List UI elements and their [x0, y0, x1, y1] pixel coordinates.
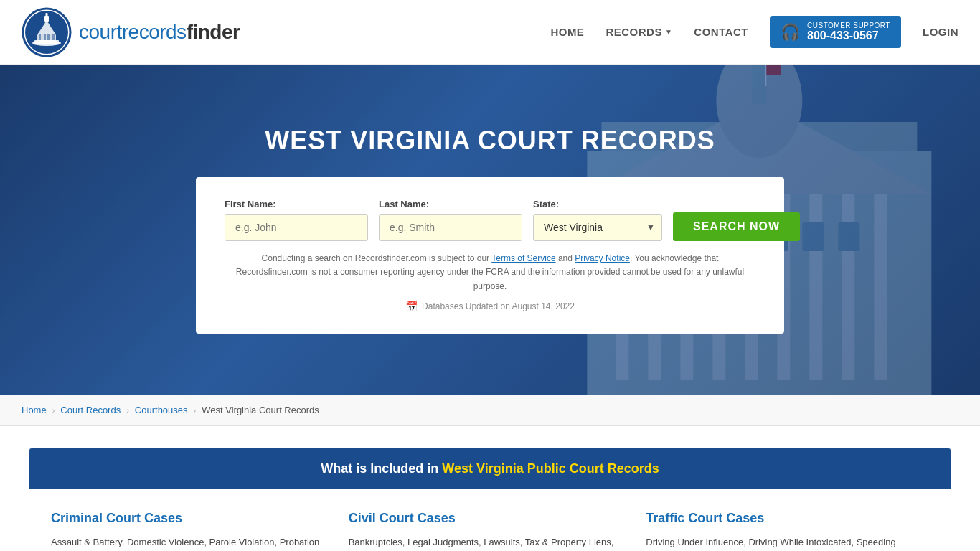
svg-rect-33 [767, 65, 781, 75]
breadcrumb-court-records-link[interactable]: Court Records [60, 405, 121, 415]
content-section: What is Included in West Virginia Public… [0, 426, 980, 551]
logo-text: courtrecordsfinder [79, 21, 240, 44]
db-update: 📅 Databases Updated on August 14, 2022 [225, 301, 755, 312]
support-phone: 800-433-0567 [807, 29, 890, 42]
main-nav: HOME RECORDS ▼ CONTACT 🎧 CUSTOMER SUPPOR… [550, 16, 958, 48]
info-box-header: What is Included in West Virginia Public… [29, 448, 951, 489]
tos-link[interactable]: Terms of Service [491, 253, 555, 263]
search-button[interactable]: SEARCH NOW [673, 212, 800, 241]
last-name-label: Last Name: [379, 199, 522, 209]
first-name-input[interactable] [225, 214, 368, 241]
search-form: First Name: Last Name: State: West Virgi… [225, 199, 755, 241]
hero-section: WEST VIRGINIA COURT RECORDS First Name: … [0, 65, 980, 395]
traffic-title: Traffic Court Cases [646, 511, 929, 526]
state-select-wrapper: West Virginia Alabama Alaska Arizona Cal… [533, 214, 662, 241]
svg-rect-6 [46, 13, 48, 17]
traffic-category: Traffic Court Cases Driving Under Influe… [646, 511, 929, 551]
calendar-icon: 📅 [405, 301, 418, 312]
chevron-right-icon-2: › [126, 406, 129, 415]
first-name-label: First Name: [225, 199, 368, 209]
first-name-group: First Name: [225, 199, 368, 241]
breadcrumb-list: Home › Court Records › Courthouses › Wes… [22, 405, 958, 415]
criminal-category: Criminal Court Cases Assault & Battery, … [51, 511, 334, 551]
breadcrumb: Home › Court Records › Courthouses › Wes… [0, 395, 980, 426]
nav-records[interactable]: RECORDS ▼ [606, 26, 672, 38]
criminal-text: Assault & Battery, Domestic Violence, Pa… [51, 534, 334, 551]
criminal-title: Criminal Court Cases [51, 511, 334, 526]
disclaimer: Conducting a search on Recordsfinder.com… [225, 252, 755, 293]
search-card: First Name: Last Name: State: West Virgi… [196, 177, 784, 334]
info-box-body: Criminal Court Cases Assault & Battery, … [29, 489, 951, 551]
hero-title: WEST VIRGINIA COURT RECORDS [265, 126, 715, 156]
svg-rect-8 [44, 34, 46, 40]
nav-home[interactable]: HOME [550, 26, 584, 38]
last-name-group: Last Name: [379, 199, 522, 241]
svg-rect-31 [753, 65, 767, 104]
svg-rect-7 [39, 34, 41, 40]
nav-contact[interactable]: CONTACT [694, 26, 748, 38]
chevron-right-icon-3: › [194, 406, 197, 415]
nav-login[interactable]: LOGIN [923, 26, 958, 38]
info-box: What is Included in West Virginia Public… [29, 448, 951, 551]
headset-icon: 🎧 [781, 23, 800, 42]
traffic-text: Driving Under Influence, Driving While I… [646, 534, 929, 551]
last-name-input[interactable] [379, 214, 522, 241]
svg-rect-10 [52, 34, 55, 40]
logo[interactable]: courtrecordsfinder [22, 7, 240, 57]
support-box[interactable]: 🎧 CUSTOMER SUPPORT 800-433-0567 [770, 16, 901, 48]
header: courtrecordsfinder HOME RECORDS ▼ CONTAC… [0, 0, 980, 65]
breadcrumb-item-home: Home [22, 405, 47, 415]
state-label: State: [533, 199, 662, 209]
breadcrumb-courthouses-link[interactable]: Courthouses [135, 405, 188, 415]
state-group: State: West Virginia Alabama Alaska Ariz… [533, 199, 662, 241]
breadcrumb-sep-3: › West Virginia Court Records [194, 405, 319, 415]
privacy-link[interactable]: Privacy Notice [575, 253, 630, 263]
svg-rect-9 [47, 34, 50, 40]
civil-title: Civil Court Cases [349, 511, 632, 526]
breadcrumb-current: West Virginia Court Records [202, 405, 319, 415]
civil-category: Civil Court Cases Bankruptcies, Legal Ju… [349, 511, 632, 551]
chevron-down-icon: ▼ [665, 28, 672, 36]
breadcrumb-home-link[interactable]: Home [22, 405, 47, 415]
support-label: CUSTOMER SUPPORT [807, 22, 890, 29]
logo-icon [22, 7, 72, 57]
breadcrumb-sep-1: › Court Records [52, 405, 121, 415]
hero-content: WEST VIRGINIA COURT RECORDS First Name: … [14, 126, 966, 334]
disclaimer-text: Conducting a search on Recordsfinder.com… [236, 253, 744, 291]
state-select[interactable]: West Virginia Alabama Alaska Arizona Cal… [533, 214, 662, 241]
chevron-right-icon-1: › [52, 406, 55, 415]
breadcrumb-sep-2: › Courthouses [126, 405, 187, 415]
svg-rect-32 [765, 65, 767, 86]
civil-text: Bankruptcies, Legal Judgments, Lawsuits,… [349, 534, 632, 551]
